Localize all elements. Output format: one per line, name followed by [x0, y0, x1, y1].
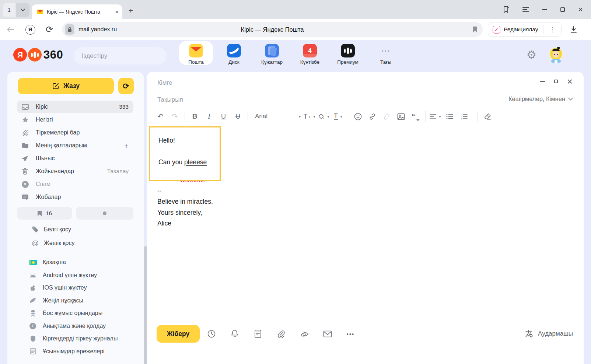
bold-button[interactable]: B: [188, 110, 202, 123]
redo-icon[interactable]: ↷: [168, 110, 182, 123]
quote-button[interactable]: “„: [408, 110, 423, 123]
message-body[interactable]: Hello! Can you pleeese -- Believe in mir…: [147, 126, 584, 229]
translator-button[interactable]: Аудармашы: [524, 329, 573, 338]
send-button[interactable]: Жіберу: [157, 325, 200, 343]
window-maximize-button[interactable]: [560, 7, 565, 12]
user-avatar[interactable]: [548, 46, 564, 63]
tab-group-counter[interactable]: 1: [3, 3, 15, 17]
reload-icon[interactable]: ⟳: [41, 24, 57, 35]
text-color-select[interactable]: T ▾: [331, 110, 345, 123]
highlight-color-select[interactable]: ▾: [317, 110, 331, 123]
more-services-icon: ⋯: [379, 44, 393, 57]
sidebar-folder-inbox[interactable]: Кіріс 333: [17, 101, 133, 113]
light-version-link[interactable]: Жеңіл нұсқасы: [7, 294, 144, 307]
service-premium[interactable]: Премиум: [331, 41, 365, 65]
undo-icon[interactable]: ↶: [153, 110, 168, 123]
tab-group-caret-button[interactable]: [16, 3, 29, 17]
cc-from-toggle[interactable]: Көшірмелер, Кімнен: [508, 95, 573, 102]
browser-menu-icon[interactable]: [522, 7, 529, 12]
lock-icon[interactable]: [65, 24, 74, 35]
font-family-select[interactable]: Arial ▾: [251, 113, 302, 120]
caret-down-icon: ▾: [299, 115, 301, 119]
remove-link-button[interactable]: [380, 110, 394, 123]
service-more[interactable]: ⋯ Тағы: [369, 41, 403, 65]
attach-from-mail-button[interactable]: [316, 325, 339, 343]
sidebar-folder-sent[interactable]: Шығыс: [17, 152, 133, 165]
compose-scrollbar-thumb[interactable]: [144, 246, 147, 364]
font-size-select[interactable]: Tт ▾: [302, 110, 317, 123]
sidebar-folder-my-folders[interactable]: Менің қалталарым +: [17, 139, 133, 152]
settings-gear-icon[interactable]: ⚙: [527, 49, 536, 60]
edit-button[interactable]: Редакциялау ⋮: [488, 22, 562, 37]
search-input[interactable]: [82, 52, 163, 60]
yandex-360-logo[interactable]: Я 360: [13, 48, 63, 62]
app-header: Я 360 Пошта Диск: [0, 40, 591, 72]
add-mailbox-item[interactable]: @ Жәшік қосу: [7, 236, 144, 250]
star-icon: [21, 116, 29, 123]
service-disk[interactable]: Диск: [217, 41, 251, 65]
highlighted-text-box: Hello! Can you pleeese: [149, 126, 221, 181]
browser-tab[interactable]: Кіріс — Яндекс Пошта ×: [32, 4, 122, 19]
vacancies-link[interactable]: Бос жұмыс орындары: [7, 307, 144, 320]
compose-button[interactable]: Жазу: [18, 78, 114, 94]
help-support-link[interactable]: i Анықтама және қолдау: [7, 320, 144, 333]
template-button[interactable]: [246, 325, 269, 343]
at-icon: @: [32, 239, 39, 247]
compose-minimize-icon[interactable]: [540, 81, 545, 82]
sidebar-folder-with-attachments[interactable]: Тіркемелері бар: [17, 126, 133, 139]
to-field[interactable]: [157, 77, 489, 89]
window-close-button[interactable]: ×: [578, 6, 583, 14]
office-chair-icon: [29, 310, 37, 316]
sidebar-folder-drafts[interactable]: Жобалар: [17, 191, 133, 203]
attach-from-disk-button[interactable]: [293, 325, 316, 343]
recommendation-rules-link[interactable]: Ұсынымдар ережелері: [7, 345, 144, 358]
sidebar-folder-trash[interactable]: Жойылғандар Тазалау: [17, 165, 133, 178]
bulleted-list-button[interactable]: [443, 110, 457, 123]
address-bar[interactable]: mail.yandex.ru Кіріс — Яндекс Пошта: [62, 22, 483, 37]
login-journal-link[interactable]: Кіргендерді тіркеу журналы: [7, 332, 144, 345]
bookmarks-pill[interactable]: 16: [17, 207, 72, 220]
new-tab-button[interactable]: +: [125, 5, 136, 16]
tab-close-icon[interactable]: ×: [115, 9, 119, 15]
subject-field[interactable]: [157, 94, 489, 106]
emoji-button[interactable]: [351, 110, 365, 123]
dot-pill[interactable]: [76, 207, 133, 220]
compose-window: × Көшірмелер, Кімнен ↶ ↷ B I U U Arial ▾…: [147, 72, 584, 364]
add-label-item[interactable]: Белгі қосу: [7, 223, 144, 236]
notification-button[interactable]: [223, 325, 246, 343]
window-minimize-button[interactable]: [542, 9, 547, 10]
schedule-send-button[interactable]: [200, 325, 223, 343]
insert-image-button[interactable]: [394, 110, 408, 123]
empty-trash-link[interactable]: Тазалау: [107, 168, 129, 175]
android-download-link[interactable]: Android үшін жүктеу: [7, 269, 144, 282]
edit-more-icon[interactable]: ⋮: [547, 26, 559, 34]
side-panel-icon[interactable]: [503, 6, 509, 13]
insert-link-button[interactable]: [365, 110, 380, 123]
yandex-home-button[interactable]: Я: [25, 25, 35, 35]
more-options-icon[interactable]: •••: [339, 325, 362, 343]
sidebar-folder-spam[interactable]: × Спам: [17, 178, 133, 190]
language-link[interactable]: Қазақша: [7, 256, 144, 269]
align-select[interactable]: ▾: [428, 110, 443, 123]
bookmark-icon[interactable]: [472, 26, 478, 33]
refresh-button[interactable]: ⟳: [118, 78, 134, 94]
attach-file-button[interactable]: [269, 325, 293, 343]
service-calendar[interactable]: 4 Күнтізбе: [293, 41, 327, 65]
strikethrough-button[interactable]: U: [231, 110, 245, 123]
compose-restore-icon[interactable]: [554, 80, 558, 83]
underline-button[interactable]: U: [216, 110, 231, 123]
italic-button[interactable]: I: [202, 110, 216, 123]
compose-bottom-bar: Жіберу •••: [157, 325, 573, 343]
service-documents[interactable]: Құжаттар: [255, 41, 289, 65]
compose-close-icon[interactable]: ×: [567, 78, 573, 85]
add-folder-icon[interactable]: +: [124, 142, 129, 150]
header-search[interactable]: [74, 47, 167, 64]
yandex-mail-favicon: [37, 8, 43, 15]
sidebar-folder-main[interactable]: Негізгі: [17, 113, 133, 126]
back-icon[interactable]: [6, 26, 14, 33]
downloads-icon[interactable]: [570, 25, 578, 34]
clear-formatting-button[interactable]: [480, 110, 494, 123]
numbered-list-button[interactable]: 123: [457, 110, 471, 123]
ios-download-link[interactable]: IOS үшін жүктеу: [7, 281, 144, 294]
service-mail[interactable]: Пошта: [179, 41, 213, 65]
